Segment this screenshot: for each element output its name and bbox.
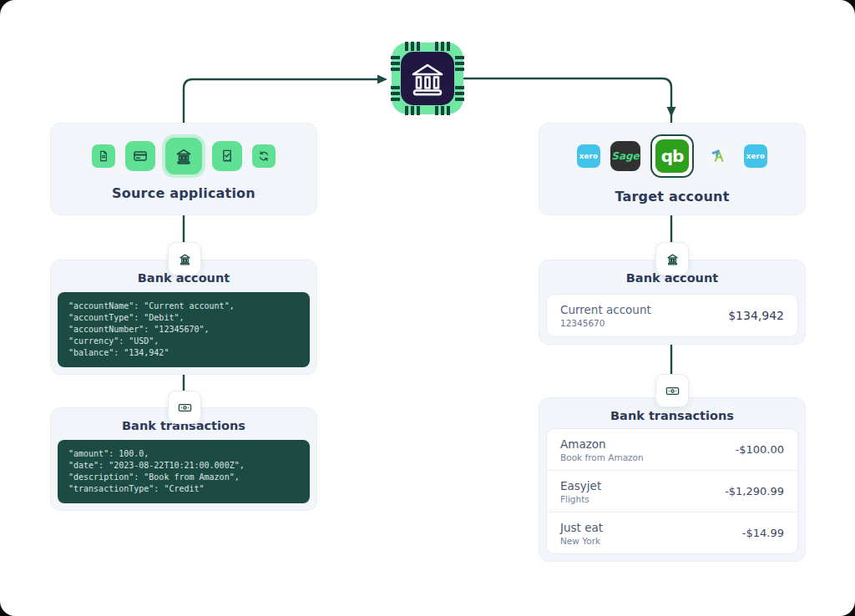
source-bank-account-badge: [168, 242, 201, 275]
target-account-panel: xero Sage qb xero Target account: [539, 123, 806, 215]
document-icon[interactable]: [92, 144, 115, 168]
transaction-amount: -$14.99: [742, 527, 784, 539]
transaction-amount: -$1,290.99: [725, 485, 784, 497]
account-name: Current account: [560, 303, 651, 316]
quickbooks-app-icon-selected[interactable]: qb: [650, 134, 694, 178]
freeagent-logo: [710, 147, 728, 165]
transaction-row: Amazon Book from Amazon -$100.00: [547, 429, 797, 471]
bank-icon: [177, 251, 193, 267]
target-bank-account-badge: [655, 242, 689, 275]
sync-icon[interactable]: [252, 144, 276, 168]
transaction-description: Book from Amazon: [560, 452, 644, 462]
freeagent-app-icon[interactable]: [704, 141, 734, 171]
xero-app-icon[interactable]: xero: [744, 144, 767, 168]
quickbooks-logo: qb: [655, 139, 689, 173]
transaction-description: New York: [560, 536, 603, 546]
arrowhead-into-target: [667, 107, 676, 117]
card-title: Bank transactions: [546, 408, 798, 423]
arrowhead-into-chip: [377, 75, 387, 84]
xero-label: xero: [579, 152, 598, 160]
transaction-name: Amazon: [560, 437, 644, 451]
xero-app-icon[interactable]: xero: [577, 144, 600, 168]
sage-app-icon[interactable]: Sage: [610, 141, 640, 171]
account-row: Current account 12345670 $134,942: [546, 294, 798, 337]
source-application-panel: Source application: [50, 123, 317, 215]
bank-account-json: "accountName": "Current account", "accou…: [58, 292, 310, 367]
target-panel-title: Target account: [615, 189, 729, 204]
integration-diagram: Source application xero Sage qb xero: [0, 0, 855, 616]
chip-bank-icon: [391, 42, 464, 115]
account-number: 12345670: [560, 318, 651, 328]
target-bank-transactions-card: Bank transactions Amazon Book from Amazo…: [539, 397, 806, 562]
transaction-name: Just eat: [560, 521, 603, 534]
source-bank-account-card: Bank account "accountName": "Current acc…: [50, 260, 317, 375]
account-balance: $134,942: [728, 309, 784, 322]
transaction-row: Just eat New York -$14.99: [547, 512, 797, 553]
bank-icon-selected[interactable]: [165, 138, 202, 174]
source-panel-title: Source application: [112, 185, 255, 201]
transactions-list: Amazon Book from Amazon -$100.00 Easyjet…: [546, 428, 798, 554]
transaction-row: Easyjet Flights -$1,290.99: [547, 471, 797, 512]
banknote-icon: [177, 400, 193, 416]
target-icon-row: xero Sage qb xero: [577, 134, 767, 178]
sage-label: Sage: [611, 150, 639, 162]
transaction-name: Easyjet: [560, 479, 601, 492]
receipt-check-icon[interactable]: [212, 141, 242, 171]
source-bank-transactions-badge: [168, 391, 201, 424]
transaction-amount: -$100.00: [736, 443, 784, 456]
bank-transactions-json: "amount": 100.0, "date": "2023-08-22T10:…: [58, 440, 310, 503]
xero-label: xero: [746, 152, 765, 160]
bank-icon: [665, 251, 680, 267]
banknote-icon: [665, 383, 680, 399]
transaction-description: Flights: [560, 494, 601, 504]
target-bank-transactions-badge: [655, 374, 689, 407]
source-icon-row: [92, 138, 276, 174]
credit-card-icon[interactable]: [125, 141, 155, 171]
